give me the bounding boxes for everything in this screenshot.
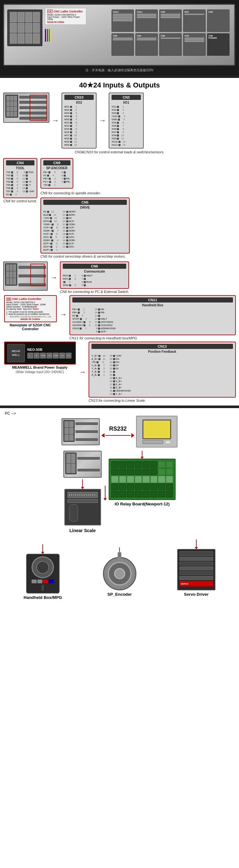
pin-row: XS46 [111,121,141,124]
pin-row: A_B+11 [91,358,105,360]
io-relay-board [109,459,176,500]
pin-row: 26+24V [108,354,131,357]
center-arrow-down [105,486,105,498]
pin-row: 24ADIR- [61,213,77,216]
meanwell-container: MEAN WELL NEO-50B LNCOM+V2COM+V1+V1 MEAN… [3,342,77,374]
pin-row: M255 [64,118,94,121]
pin-row: 19X_A+ [108,377,131,379]
pin-row: 0V3 [72,314,90,317]
pin-row: M211 [64,105,94,108]
pin-row: XS1012 [111,140,141,143]
ps-terminal: +V1 [65,353,71,359]
cn5-caption: CN5 for control servo/step drivers & ser… [41,254,126,258]
pin-row: 20YCP- [61,226,77,229]
np-brand: CNC Lathe Controller [12,298,42,301]
page-wrapper: CE CNC Lathe Controller Model: SZGH-CNC9… [0,0,239,603]
pin-row: 24DX- [108,361,131,364]
pin-row: Y_B-3 [91,370,105,373]
pin-row: 11 [21,177,34,180]
pin-row: 8 [59,174,71,177]
ps-terminal: L [27,353,33,359]
top-controller-image: CE CNC Lathe Controller Model: SZGH-CNC9… [3,4,235,66]
pin-row: T036 [6,177,18,180]
pin-row: 15+24V [21,190,34,193]
cn11-arrow: → [60,310,67,319]
pin-row: 17XZO- [61,236,77,239]
pin-row: T027 [6,174,18,177]
pin-row: 15ZCP- [61,242,77,245]
ps-label: MEAN [12,349,20,353]
cn9-container: CN9 SP-ENCODER PA+50V4PB+3PC+2+5V1 987PA… [41,158,236,189]
computer-device [136,416,178,447]
pin-row: 9HDDM/VDS0 [93,327,116,330]
pin-row: 230V [61,217,77,219]
ps-terminal: COM [40,353,46,359]
pin-row: 9TOK [21,171,34,174]
pin-row: 21 [108,370,131,373]
pin-row: T054 [6,184,18,186]
cn11-container: CN11 Handheld Box PA+1PB+20V3STOP4X1/VDK… [70,295,236,340]
right-connectors: CN13 CN11 [110,8,231,62]
top-panel-note: 注：开关电源，输入必须经过隔离变压器接220V [3,67,236,74]
pin-row: PA+5 [43,171,56,174]
pin-row: XS57 [111,124,141,127]
pin-row: 25DX- [108,358,131,360]
cn4-cn5-section: CN4 TOOL T018T027T036T045T054T063T0720V1… [0,156,239,260]
pin-row: M233 [64,112,94,115]
cn4-container: CN4 TOOL T018T027T036T045T054T063T0720V1… [3,158,37,203]
pin-row: T063 [6,187,18,190]
io-arrow-1: → [52,116,59,125]
pin-row: GND5 [111,118,141,121]
cn6-section-wrapper: → CN6 Communicate RDX1DDX34GND5 6HALT78R… [0,260,239,406]
pin-row: +5V1 [43,184,56,186]
pin-row: ZDIR+4 [43,239,59,242]
pin-row: 14ZZO- [61,245,77,248]
pin-row: XS79 [111,131,141,133]
pin-row: 0V13 [43,210,59,213]
pin-row: 19XDIR- [61,229,77,232]
ps-terminal: +V2 [47,353,52,359]
io-relay-container: IO Relay Board(Newport-12) [109,451,176,506]
pin-row: 4 [63,281,76,283]
linear-scale-image [64,489,101,525]
cn13-container: CN13 Position Feedback Y_B+ 13A_B+11+5V9… [88,342,236,402]
pin-row: YCP+8 [43,226,59,229]
cn4-box: CN4 TOOL T018T027T036T045T054T063T0720V1… [3,158,37,198]
io-small-controller [3,93,49,123]
cn3-block: CN3 I/O1 XS11XS22XS33+24V4GND5XS46XS57XS… [109,93,144,149]
pin-row: 20 [108,373,131,376]
nameplate-model-line: Model: SZGH-CNC990TDb-2 [47,14,84,16]
cn10-block: CN10 I/O2 M211M222M233M244M255M136M147M1… [61,93,97,149]
meanwell-caption: MEANWELL Brand Power Supply [12,366,68,369]
pin-row: XS68 [111,128,141,130]
np-ce: CE [6,298,11,301]
cn11-box: CN11 Handheld Box PA+1PB+20V3STOP4X1/VDK… [70,295,236,335]
pin-row: 22ACP- [61,220,77,223]
io-section: 40★24 Inputs & Outputs [0,78,239,154]
pin-row: DDX3 [63,277,76,280]
meanwell-subcaption: (Wide Voltage input:100~240VAC) [16,370,64,374]
pin-row: 0V1 [6,193,18,196]
pin-row: PB+2 [72,311,90,314]
pin-row: INTH10 [43,220,59,223]
cn5-container: CN5 DRIVE 0V13ALM12+24V11INTH10YDIR+9YCP… [41,197,236,258]
pin-row: +24V4 [111,115,141,118]
pin-row: Y_B+ 13 [91,354,105,357]
cn6-caption: CN6 for connecting to PC & External Swit… [60,290,129,293]
cn13-box: CN13 Position Feedback Y_B+ 13A_B+11+5V9… [88,342,236,398]
io-caption: CN3&CN10 for control external loads & sw… [3,150,236,154]
pin-row: ZXO-5 [43,236,59,239]
pin-row: 7 [79,277,93,280]
pin-row: Y_A-5 [91,367,105,370]
cn9-cn5-area: CN9 SP-ENCODER PA+50V4PB+3PC+2+5V1 987PA… [41,158,236,258]
rs232-ctrl-left: Linear Scale [63,451,102,533]
cn9-box: CN9 SP-ENCODER PA+50V4PB+3PC+2+5V1 987PA… [41,158,73,189]
pin-row: STOP4 [72,317,90,320]
linear-scale-label: Linear Scale [70,528,96,533]
pin-row: M1811 [64,137,94,140]
pin-row: 14PB- [93,311,116,314]
pin-row: T045 [6,180,18,183]
cn13-caption: CN13 for connecting to Linear Scale. [88,399,236,402]
pin-row: T018 [6,171,18,174]
ps-terminal: COM [53,353,59,359]
